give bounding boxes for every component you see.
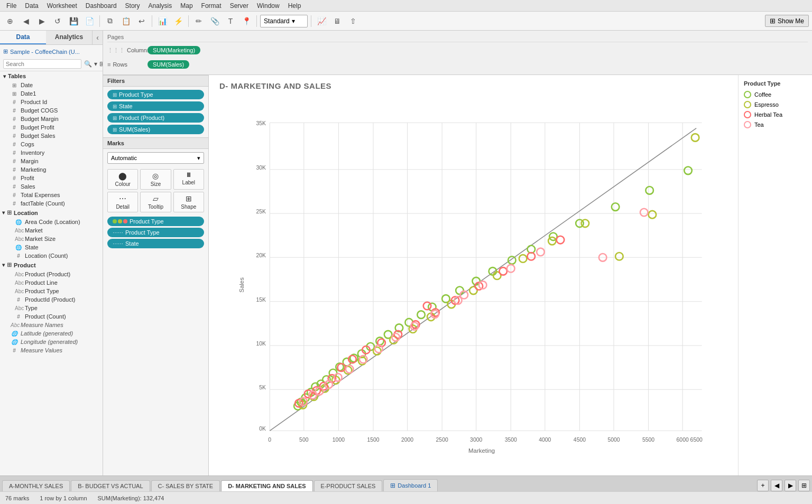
field-market-size[interactable]: AbcMarket Size	[0, 235, 103, 243]
field-state[interactable]: 🌐State	[0, 243, 103, 251]
toolbar-new[interactable]: ⊕	[3, 14, 17, 28]
field-area-code[interactable]: 🌐Area Code (Location)	[0, 218, 103, 226]
marks-field-product-type-color[interactable]: Product Type	[107, 217, 204, 226]
field-date[interactable]: ⊞Date	[0, 81, 103, 89]
field-product-count[interactable]: #Product (Count)	[0, 312, 103, 321]
toolbar-annotation[interactable]: 📎	[208, 14, 222, 28]
menu-dashboard[interactable]: Dashboard	[81, 0, 121, 11]
filter-product[interactable]: ⊞ Product (Product)	[107, 113, 204, 123]
grid-view-btn[interactable]: ⊞	[99, 60, 103, 68]
legend-item-tea[interactable]: Tea	[744, 121, 807, 128]
standard-dropdown[interactable]: Standard ▾	[260, 15, 308, 27]
field-product-type[interactable]: AbcProduct Type	[0, 287, 103, 295]
field-margin[interactable]: #Margin	[0, 157, 103, 165]
field-type[interactable]: AbcType	[0, 304, 103, 312]
mark-tooltip-btn[interactable]: ▱ Tooltip	[140, 192, 171, 212]
field-longitude[interactable]: 🌐Longitude (generated)	[0, 338, 103, 346]
menu-analysis[interactable]: Analysis	[144, 0, 177, 11]
tab-data[interactable]: Data	[0, 31, 46, 44]
toolbar-undo[interactable]: ↩	[135, 14, 149, 28]
legend-item-coffee[interactable]: Coffee	[744, 91, 807, 98]
field-budget-cogs[interactable]: #Budget COGS	[0, 106, 103, 115]
tables-section-header[interactable]: ▾ Tables	[0, 71, 103, 81]
field-measure-names[interactable]: AbcMeasure Names	[0, 321, 103, 329]
mark-label-btn[interactable]: Ⅲ Label	[173, 169, 204, 190]
marks-type-dropdown[interactable]: Automatic ▾	[107, 152, 204, 164]
toolbar-text[interactable]: T	[224, 14, 237, 28]
search-btn[interactable]: 🔍	[84, 60, 93, 68]
field-budget-profit[interactable]: #Budget Profit	[0, 123, 103, 132]
tab-monthly-sales[interactable]: A-MONTHLY SALES	[2, 480, 70, 491]
tab-product-sales[interactable]: E-PRODUCT SALES	[314, 480, 383, 491]
field-total-expenses[interactable]: #Total Expenses	[0, 191, 103, 199]
rows-pill[interactable]: SUM(Sales)	[147, 60, 189, 69]
toolbar-copy[interactable]: ⧉	[103, 14, 117, 28]
toolbar-forward[interactable]: ▶	[35, 14, 49, 28]
field-productid-product[interactable]: #ProductId (Product)	[0, 295, 103, 304]
toolbar-save[interactable]: 💾	[67, 14, 80, 28]
menu-story[interactable]: Story	[121, 0, 144, 11]
tab-scroll-left-btn[interactable]: ◀	[771, 480, 782, 491]
legend-item-espresso[interactable]: Espresso	[744, 101, 807, 108]
toolbar-new-sheet[interactable]: 📄	[82, 14, 96, 28]
toolbar-chart-type[interactable]: 📈	[315, 14, 328, 28]
field-budget-sales[interactable]: #Budget Sales	[0, 132, 103, 140]
mark-size-btn[interactable]: ◎ Size	[140, 169, 171, 190]
field-inventory[interactable]: #Inventory	[0, 148, 103, 157]
field-product-line[interactable]: AbcProduct Line	[0, 278, 103, 287]
tab-analytics[interactable]: Analytics	[46, 31, 92, 44]
search-input[interactable]	[3, 59, 81, 69]
location-group-header[interactable]: ▾ ⊞ Location	[0, 208, 103, 218]
legend-item-herbal-tea[interactable]: Herbal Tea	[744, 111, 807, 118]
menu-format[interactable]: Format	[197, 0, 226, 11]
tab-more-btn[interactable]: ⊞	[798, 480, 810, 491]
toolbar-device[interactable]: 🖥	[330, 14, 344, 28]
marks-field-product-type-detail[interactable]: ⋯⋯ Product Type	[107, 228, 204, 237]
menu-file[interactable]: File	[2, 0, 21, 11]
product-group-header[interactable]: ▾ ⊞ Product	[0, 260, 103, 270]
toolbar-refresh[interactable]: ↺	[51, 14, 64, 28]
toolbar-connect[interactable]: ⚡	[171, 14, 185, 28]
field-productid[interactable]: #Product Id	[0, 98, 103, 106]
toolbar-back[interactable]: ◀	[19, 14, 33, 28]
toolbar-pin[interactable]: 📍	[239, 14, 253, 28]
field-market[interactable]: AbcMarket	[0, 226, 103, 235]
menu-window[interactable]: Window	[253, 0, 284, 11]
field-budget-margin[interactable]: #Budget Margin	[0, 115, 103, 123]
toolbar-viz[interactable]: 📊	[155, 14, 169, 28]
field-location-count[interactable]: #Location (Count)	[0, 251, 103, 260]
field-cogs[interactable]: #Cogs	[0, 140, 103, 148]
tab-dashboard-1[interactable]: ⊞ Dashboard 1	[383, 479, 438, 491]
menu-data[interactable]: Data	[21, 0, 42, 11]
filter-sum-sales[interactable]: ⊞ SUM(Sales)	[107, 125, 204, 134]
field-sales[interactable]: #Sales	[0, 182, 103, 191]
field-measure-values[interactable]: #Measure Values	[0, 346, 103, 354]
tab-budget-vs-actual[interactable]: B- BUDGET VS ACTUAL	[71, 480, 150, 491]
source-header[interactable]: ⊞ Sample - CoffeeChain (U...	[0, 45, 103, 57]
menu-map[interactable]: Map	[176, 0, 197, 11]
menu-help[interactable]: Help	[284, 0, 306, 11]
filter-state[interactable]: ⊞ State	[107, 101, 204, 111]
tab-sales-by-state[interactable]: C- SALES BY STATE	[151, 480, 220, 491]
toolbar-share[interactable]: ⇧	[346, 14, 360, 28]
field-product[interactable]: AbcProduct (Product)	[0, 270, 103, 278]
toolbar-highlight[interactable]: ✏	[192, 14, 206, 28]
marks-field-state-detail[interactable]: ⋯⋯ State	[107, 239, 204, 248]
show-me-button[interactable]: ⊞ Show Me	[765, 15, 809, 27]
filter-btn[interactable]: ▾	[94, 60, 98, 68]
field-facttable-count[interactable]: #factTable (Count)	[0, 199, 103, 208]
tab-marketing-and-sales[interactable]: D- MARKETING AND SALES	[221, 480, 312, 491]
toolbar-paste[interactable]: 📋	[119, 14, 133, 28]
tab-scroll-right-btn[interactable]: ▶	[785, 480, 796, 491]
panel-close-btn[interactable]: ‹	[92, 31, 103, 44]
filter-product-type[interactable]: ⊞ Product Type	[107, 90, 204, 99]
menu-server[interactable]: Server	[226, 0, 253, 11]
columns-pill[interactable]: SUM(Marketing)	[147, 46, 200, 54]
menu-worksheet[interactable]: Worksheet	[43, 0, 81, 11]
field-profit[interactable]: #Profit	[0, 174, 103, 182]
mark-shape-btn[interactable]: ⊞ Shape	[173, 192, 204, 212]
mark-colour-btn[interactable]: ⬤ Colour	[107, 169, 138, 190]
field-marketing[interactable]: #Marketing	[0, 165, 103, 174]
mark-detail-btn[interactable]: ⋯ Detail	[107, 192, 138, 212]
field-latitude[interactable]: 🌐Latitude (generated)	[0, 329, 103, 338]
